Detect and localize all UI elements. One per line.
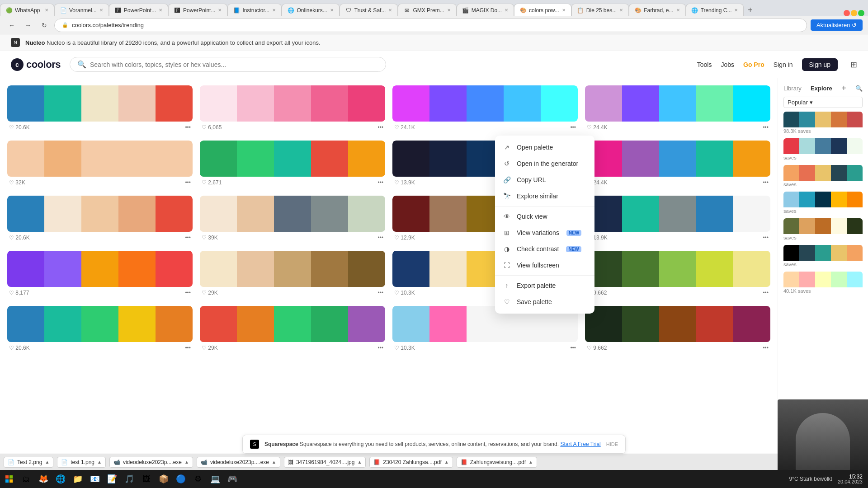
sidebar-palette-mini[interactable]: 98.3K saves: [783, 112, 863, 135]
palette-card[interactable]: ♡ 9,662 •••: [585, 306, 770, 354]
browser-tab-instructor[interactable]: 📘 Instructor... ✕: [227, 4, 282, 16]
palette-more-button[interactable]: •••: [377, 124, 383, 131]
palette-more-button[interactable]: •••: [570, 345, 576, 351]
download-item[interactable]: 📕 Zahlungsweisung....pdf ▲: [457, 457, 537, 468]
browser-tab-powerpoint1[interactable]: 🅿 PowerPoint... ✕: [109, 4, 168, 16]
palette-card[interactable]: ♡ 20.6K •••: [7, 306, 193, 354]
context-menu-item-quick-view[interactable]: 👁 Quick view: [495, 208, 594, 225]
start-button[interactable]: [0, 470, 18, 488]
sidebar-search-icon[interactable]: 🔍: [855, 85, 863, 92]
download-item[interactable]: 📹 videodeluxe2023p....exe ▲: [197, 457, 280, 468]
tab-close-button[interactable]: ✕: [676, 8, 680, 13]
browser-tab-colors[interactable]: 🎨 colors pow... ✕: [514, 4, 571, 16]
taskbar-app-5[interactable]: 📝: [104, 471, 120, 487]
palette-more-button[interactable]: •••: [763, 345, 769, 351]
palette-more-button[interactable]: •••: [763, 179, 769, 186]
file-chevron-icon[interactable]: ▲: [45, 460, 49, 465]
sidebar-palette-mini[interactable]: saves: [783, 138, 863, 161]
tab-close-button[interactable]: ✕: [734, 8, 738, 13]
browser-tab-onlinekurs[interactable]: 🌐 Onlinekurs... ✕: [282, 4, 339, 16]
palette-card[interactable]: ♡ 24.4K •••: [585, 141, 770, 188]
tab-close-button[interactable]: ✕: [388, 8, 392, 13]
palette-more-button[interactable]: •••: [763, 235, 769, 241]
taskbar-app-9[interactable]: 🔵: [173, 471, 189, 487]
sidebar-palette-mini[interactable]: saves: [783, 245, 863, 268]
taskbar-app-3[interactable]: 📁: [70, 471, 86, 487]
context-menu-item-view-fullscreen[interactable]: ⛶ View fullscreen: [495, 257, 594, 273]
palette-more-button[interactable]: •••: [185, 345, 191, 351]
taskbar-app-1[interactable]: 🦊: [35, 471, 52, 487]
sidebar-palette-mini[interactable]: saves: [783, 218, 863, 241]
download-item[interactable]: 📕 230420 Zahlungsa....pdf ▲: [369, 457, 453, 468]
back-button[interactable]: ←: [5, 19, 18, 32]
palette-card[interactable]: ♡ 13.9K •••: [585, 196, 770, 244]
context-menu-item-open-in-the-generator[interactable]: ↺ Open in the generator: [495, 155, 594, 172]
file-chevron-icon[interactable]: ▲: [528, 460, 533, 465]
layout-grid-icon[interactable]: ⊞: [850, 60, 857, 70]
browser-tab-voranmel[interactable]: 📄 Voranmel... ✕: [54, 4, 109, 16]
context-menu-item-open-palette[interactable]: ↗ Open palette: [495, 139, 594, 155]
context-menu-item-explore-similar[interactable]: 🔭 Explore similar: [495, 188, 594, 204]
address-bar[interactable]: 🔒 coolors.co/palettes/trending: [54, 19, 807, 32]
palette-card[interactable]: ♡ 6,065 •••: [200, 85, 385, 133]
palette-card[interactable]: ♡ 39K •••: [200, 196, 385, 244]
context-menu-item-export-palette[interactable]: ↑ Export palette: [495, 277, 594, 294]
browser-tab-whatsapp[interactable]: 🟢 WhatsApp ✕: [0, 4, 54, 16]
tab-close-button[interactable]: ✕: [330, 8, 334, 13]
tab-close-button[interactable]: ✕: [505, 8, 508, 13]
palette-more-button[interactable]: •••: [377, 290, 383, 296]
palette-card[interactable]: ♡ 2,671 •••: [200, 141, 385, 188]
palette-more-button[interactable]: •••: [763, 124, 769, 131]
taskbar-app-4[interactable]: 📧: [87, 471, 103, 487]
palette-more-button[interactable]: •••: [570, 124, 576, 131]
palette-card[interactable]: ♡ 24.1K •••: [392, 85, 578, 133]
tab-explore[interactable]: Explore: [811, 85, 832, 92]
signin-link[interactable]: Sign in: [774, 61, 793, 68]
taskbar-app-12[interactable]: 🎮: [224, 471, 241, 487]
download-item[interactable]: 🖼 3471961984_4024....jpg ▲: [284, 457, 366, 468]
tab-close-button[interactable]: ✕: [562, 8, 566, 13]
file-chevron-icon[interactable]: ▲: [272, 460, 276, 465]
palette-more-button[interactable]: •••: [377, 235, 383, 241]
file-chevron-icon[interactable]: ▲: [444, 460, 449, 465]
maximize-window-button[interactable]: [858, 10, 864, 16]
browser-tab-trust[interactable]: 🛡 Trust & Saf... ✕: [340, 4, 398, 16]
sidebar-palette-mini[interactable]: 40.1K saves: [783, 272, 863, 295]
new-tab-button[interactable]: +: [744, 4, 756, 16]
sidebar-palette-mini[interactable]: saves: [783, 165, 863, 188]
context-menu-item-save-palette[interactable]: ♡ Save palette: [495, 294, 594, 310]
palette-card[interactable]: ♡ 24.4K •••: [585, 85, 770, 133]
aktualisieren-button[interactable]: Aktualisieren ↺: [811, 19, 863, 31]
palette-card[interactable]: ♡ 20.6K •••: [7, 85, 193, 133]
context-menu-item-check-contrast[interactable]: ◑ Check contrast NEW: [495, 241, 594, 257]
download-item[interactable]: 📄 Test 2.png ▲: [4, 457, 53, 468]
taskbar-app-8[interactable]: 📦: [156, 471, 172, 487]
browser-tab-farbrad[interactable]: 🎨 Farbrad, e... ✕: [629, 4, 685, 16]
download-item[interactable]: 📄 test 1.png ▲: [57, 457, 106, 468]
taskbar-app-6[interactable]: 🎵: [121, 471, 137, 487]
popular-dropdown[interactable]: Popular ▾: [783, 97, 863, 108]
taskbar-app-0[interactable]: 🗂: [18, 471, 34, 487]
tab-close-button[interactable]: ✕: [159, 8, 162, 13]
browser-tab-magix[interactable]: 🎬 MAGIX Do... ✕: [457, 4, 514, 16]
signup-button[interactable]: Sign up: [802, 58, 838, 71]
tab-close-button[interactable]: ✕: [272, 8, 276, 13]
squarespace-cta[interactable]: Start A Free Trial: [560, 441, 600, 447]
forward-button[interactable]: →: [22, 19, 34, 32]
file-chevron-icon[interactable]: ▲: [184, 460, 189, 465]
tab-library[interactable]: Library: [783, 85, 802, 92]
gopro-link[interactable]: Go Pro: [743, 61, 764, 68]
tab-close-button[interactable]: ✕: [99, 8, 103, 13]
palette-more-button[interactable]: •••: [185, 179, 191, 186]
palette-card[interactable]: ♡ 29K •••: [200, 306, 385, 354]
download-item[interactable]: 📹 videodeluxe2023p....exe ▲: [109, 457, 193, 468]
tab-close-button[interactable]: ✕: [447, 8, 451, 13]
palette-card[interactable]: ♡ 9,662 •••: [585, 251, 770, 299]
search-input[interactable]: [90, 61, 378, 68]
sidebar-palette-mini[interactable]: saves: [783, 192, 863, 215]
palette-more-button[interactable]: •••: [185, 235, 191, 241]
minimize-window-button[interactable]: [851, 10, 857, 16]
taskbar-app-11[interactable]: 💻: [207, 471, 223, 487]
context-menu-item-copy-url[interactable]: 🔗 Copy URL: [495, 172, 594, 188]
tab-close-button[interactable]: ✕: [45, 8, 48, 13]
